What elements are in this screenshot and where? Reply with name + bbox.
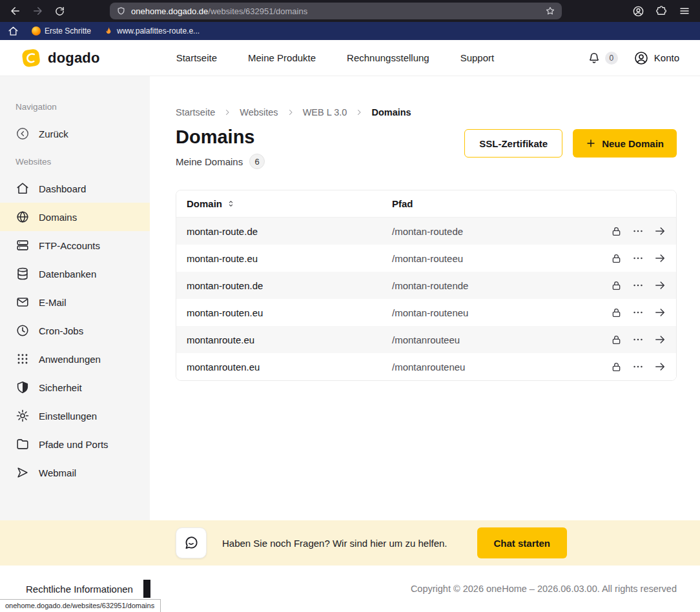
domain-cell[interactable]: montan-route.de [176, 226, 392, 237]
browser-back-icon[interactable] [6, 2, 25, 20]
sidebar-item-anwendungen[interactable]: Anwendungen [0, 345, 150, 373]
browser-reload-icon[interactable] [50, 2, 68, 20]
sidebar-item-datenbanken[interactable]: Datenbanken [0, 260, 150, 288]
breadcrumb-startseite[interactable]: Startseite [176, 107, 215, 117]
breadcrumb-separator-icon [223, 108, 232, 117]
lock-icon[interactable] [609, 332, 623, 347]
domain-cell[interactable]: montan-routen.eu [176, 307, 392, 318]
link-status-tooltip: onehome.dogado.de/websites/632951/domain… [0, 599, 161, 612]
lock-icon[interactable] [609, 360, 623, 374]
bell-icon [587, 51, 601, 65]
sidebar-item-label: E-Mail [39, 297, 67, 308]
lock-icon[interactable] [609, 251, 623, 265]
person-icon [633, 50, 649, 66]
page-title: Domains [176, 127, 265, 148]
bookmark-item-palafittes[interactable]: www.palafittes-route.e... [104, 26, 200, 36]
sidebar-item-label: Domains [39, 212, 77, 223]
back-label: Zurück [39, 128, 68, 139]
path-cell: /montan-routeneu [392, 307, 609, 318]
sidebar-item-ftp-accounts[interactable]: FTP-Accounts [0, 231, 150, 260]
browser-account-icon[interactable] [629, 2, 647, 20]
row-open-arrow-icon[interactable] [653, 360, 667, 374]
folder-icon [15, 437, 30, 451]
domain-cell[interactable]: montan-route.eu [176, 253, 392, 264]
menu-hamburger-icon[interactable] [675, 2, 694, 20]
domain-cell[interactable]: montanroute.eu [176, 334, 392, 345]
sidebar-back-button[interactable]: Zurück [0, 119, 150, 148]
bookmarks-bar: Erste Schritte www.palafittes-route.e... [0, 22, 700, 40]
sidebar-section-navigation: Navigation [0, 102, 150, 112]
sidebar-item-pfade-und-ports[interactable]: Pfade und Ports [0, 430, 150, 458]
row-menu-icon[interactable] [631, 251, 645, 265]
breadcrumb-separator-icon [355, 108, 364, 117]
domain-cell[interactable]: montan-routen.de [176, 280, 392, 291]
path-cell: /montan-routende [392, 280, 609, 291]
row-menu-icon[interactable] [631, 305, 645, 320]
breadcrumb: Startseite Websites WEB L 3.0 Domains [176, 107, 677, 117]
row-menu-icon[interactable] [631, 332, 645, 347]
lock-icon[interactable] [609, 224, 623, 238]
sidebar-item-dashboard[interactable]: Dashboard [0, 174, 150, 203]
extensions-icon[interactable] [652, 2, 670, 20]
database-icon [15, 267, 30, 281]
chat-starten-button[interactable]: Chat starten [477, 527, 568, 558]
gear-icon [15, 409, 30, 423]
nav-startseite[interactable]: Startseite [176, 52, 217, 63]
row-open-arrow-icon[interactable] [653, 278, 667, 292]
home-icon [15, 181, 30, 196]
table-row: montan-routen.de /montan-routende [176, 272, 676, 299]
dogado-logo-icon [21, 47, 42, 68]
nav-support[interactable]: Support [460, 52, 495, 63]
lock-icon[interactable] [609, 305, 623, 320]
neue-domain-button[interactable]: Neue Domain [573, 129, 677, 158]
breadcrumb-domains: Domains [371, 107, 411, 117]
bookmark-item-erste-schritte[interactable]: Erste Schritte [32, 26, 91, 36]
sidebar-item-sicherheit[interactable]: Sicherheit [0, 373, 150, 402]
logo-text: dogado [48, 50, 100, 66]
table-header-row: Domain Pfad [176, 190, 676, 218]
table-row: montan-routen.eu /montan-routeneu [176, 299, 676, 326]
breadcrumb-web-l-30[interactable]: WEB L 3.0 [303, 107, 347, 117]
sidebar-section-websites: Websites [0, 157, 150, 167]
sidebar-item-cron-jobs[interactable]: Cron-Jobs [0, 316, 150, 345]
dogado-logo[interactable]: dogado [21, 47, 100, 68]
account-menu-button[interactable]: Konto [633, 50, 679, 66]
sidebar-item-email[interactable]: E-Mail [0, 288, 150, 316]
row-menu-icon[interactable] [631, 224, 645, 238]
mail-icon [15, 295, 30, 309]
sidebar-item-einstellungen[interactable]: Einstellungen [0, 402, 150, 430]
column-header-domain: Domain [187, 198, 222, 209]
sidebar-item-label: Dashboard [39, 183, 86, 194]
row-open-arrow-icon[interactable] [653, 224, 667, 238]
row-open-arrow-icon[interactable] [653, 305, 667, 320]
domains-table: Domain Pfad montan-route.de /montan-rout… [176, 190, 677, 381]
bookmark-label: www.palafittes-route.e... [117, 26, 200, 36]
notifications-button[interactable]: 0 [587, 51, 618, 65]
lock-icon[interactable] [609, 278, 623, 292]
flame-favicon [104, 26, 113, 36]
breadcrumb-websites[interactable]: Websites [240, 107, 278, 117]
domain-count-badge: 6 [249, 154, 265, 169]
row-menu-icon[interactable] [631, 278, 645, 292]
neue-domain-label: Neue Domain [602, 138, 664, 149]
main-nav: Startseite Meine Produkte Rechnungsstell… [176, 52, 495, 63]
path-cell: /montanrouteeu [392, 334, 609, 345]
url-bar[interactable]: onehome.dogado.de /websites/632951/domai… [110, 3, 562, 19]
row-menu-icon[interactable] [631, 360, 645, 374]
row-open-arrow-icon[interactable] [653, 332, 667, 347]
legal-link[interactable]: Rechtliche Informationen [26, 584, 133, 595]
bookmark-star-icon[interactable] [545, 6, 555, 16]
browser-forward-icon[interactable] [28, 2, 46, 20]
nav-rechnungsstellung[interactable]: Rechnungsstellung [347, 52, 429, 63]
bookmarks-home-icon[interactable] [8, 26, 19, 37]
row-open-arrow-icon[interactable] [653, 251, 667, 265]
sort-icon[interactable] [226, 199, 236, 209]
sidebar-item-domains[interactable]: Domains [0, 203, 150, 231]
path-cell: /montanrouteneu [392, 362, 609, 372]
domain-cell[interactable]: montanrouten.eu [176, 362, 392, 372]
ssl-zertifikate-button[interactable]: SSL-Zertifikate [464, 129, 562, 158]
table-row: montan-route.eu /montan-routeeu [176, 245, 676, 272]
shield-permissions-icon[interactable] [116, 6, 126, 16]
sidebar-item-webmail[interactable]: Webmail [0, 458, 150, 487]
nav-meine-produkte[interactable]: Meine Produkte [248, 52, 316, 63]
